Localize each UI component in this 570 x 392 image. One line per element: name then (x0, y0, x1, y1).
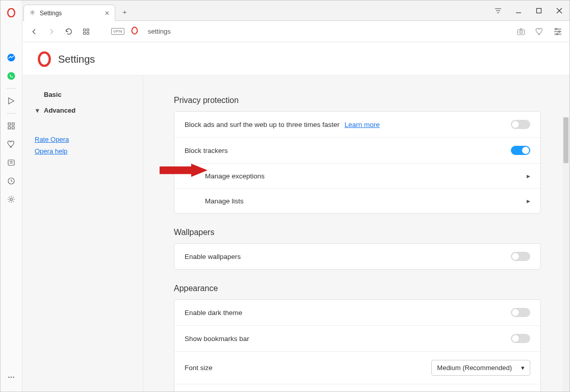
start-page-button[interactable] (81, 26, 92, 37)
svg-rect-5 (8, 127, 11, 129)
row-block-trackers: Block trackers (174, 137, 540, 163)
chevron-down-icon: ▾ (35, 107, 40, 114)
reload-button[interactable] (63, 26, 74, 37)
page-title: Settings (58, 54, 95, 65)
row-manage-lists[interactable]: Manage lists ▸ (174, 188, 540, 213)
row-block-ads: Block ads and surf the web up to three t… (174, 112, 540, 137)
row-manage-exceptions[interactable]: Manage exceptions ▸ (174, 163, 540, 188)
svg-rect-6 (12, 127, 15, 129)
opera-menu-icon[interactable] (4, 6, 18, 20)
row-bookmarks-bar: Show bookmarks bar (174, 325, 540, 351)
forward-button[interactable] (46, 26, 57, 37)
chevron-down-icon: ▾ (521, 364, 525, 372)
svg-point-2 (8, 72, 15, 80)
svg-rect-25 (84, 32, 86, 34)
row-enable-wallpapers: Enable wallpapers (174, 244, 540, 269)
settings-sidebar: ▾ Basic ▾ Advanced Rate Opera Opera help (22, 75, 143, 391)
close-tab-icon[interactable]: ✕ (105, 10, 110, 17)
toggle-block-ads[interactable] (511, 120, 530, 129)
tab-settings[interactable]: Settings ✕ (23, 5, 115, 21)
tab-title: Settings (40, 10, 62, 17)
play-icon[interactable] (4, 94, 18, 108)
toggle-bookmarks-bar[interactable] (511, 334, 530, 343)
address-field[interactable]: settings (145, 28, 509, 35)
svg-point-15 (32, 11, 33, 13)
vpn-badge[interactable]: VPN (111, 28, 124, 35)
svg-point-33 (559, 31, 560, 32)
chevron-right-icon: ▸ (527, 172, 530, 180)
speed-dial-icon[interactable] (4, 119, 18, 133)
svg-rect-24 (87, 29, 89, 31)
sidebar-rail (1, 1, 22, 391)
heart-icon[interactable] (4, 137, 18, 151)
scrollbar[interactable] (562, 117, 569, 391)
whatsapp-icon[interactable] (4, 69, 18, 83)
svg-point-13 (11, 377, 12, 378)
svg-rect-23 (84, 29, 86, 31)
easy-setup-icon[interactable] (552, 26, 563, 37)
chevron-right-icon: ▸ (527, 197, 530, 205)
card-wallpapers: Enable wallpapers (174, 243, 541, 270)
window-close-button[interactable] (549, 1, 569, 21)
heart-bookmark-icon[interactable] (534, 26, 545, 37)
section-wallpapers-title: Wallpapers (174, 228, 541, 237)
address-toolbar: VPN settings (22, 21, 569, 42)
rail-divider (7, 113, 16, 114)
easy-setup-icon[interactable] (488, 1, 508, 21)
new-tab-button[interactable]: ＋ (117, 5, 132, 19)
link-opera-help[interactable]: Opera help (35, 147, 134, 155)
svg-point-36 (39, 53, 49, 66)
rail-divider (7, 88, 16, 89)
svg-rect-3 (8, 123, 11, 125)
news-icon[interactable] (4, 155, 18, 170)
toggle-dark-theme[interactable] (511, 308, 530, 317)
card-privacy: Block ads and surf the web up to three t… (174, 111, 541, 214)
messenger-icon[interactable] (4, 50, 18, 65)
scrollbar-thumb[interactable] (563, 117, 568, 163)
svg-rect-4 (12, 123, 15, 125)
row-customize-fonts[interactable]: Customize fonts (174, 384, 540, 391)
tab-bar: Settings ✕ ＋ (22, 1, 569, 21)
svg-point-0 (8, 9, 15, 17)
section-appearance-title: Appearance (174, 284, 541, 293)
link-rate-opera[interactable]: Rate Opera (35, 136, 134, 143)
window-minimize-button[interactable] (508, 1, 529, 21)
sidebar-item-basic[interactable]: ▾ Basic (32, 87, 134, 102)
toggle-enable-wallpapers[interactable] (511, 252, 530, 261)
snapshot-icon[interactable] (515, 26, 527, 37)
svg-point-35 (557, 33, 558, 35)
card-appearance: Enable dark theme Show bookmarks bar Fon… (174, 299, 541, 391)
svg-point-11 (10, 198, 13, 201)
svg-point-12 (8, 377, 9, 378)
section-privacy-title: Privacy protection (174, 96, 541, 105)
row-font-size: Font size Medium (Recommended) ▾ (174, 351, 540, 384)
window-maximize-button[interactable] (529, 1, 549, 21)
select-font-size[interactable]: Medium (Recommended) ▾ (431, 360, 530, 376)
svg-rect-26 (87, 32, 89, 34)
svg-point-31 (556, 28, 557, 30)
back-button[interactable] (29, 26, 40, 37)
opera-o-icon (131, 27, 139, 36)
sidebar-item-advanced[interactable]: ▾ Advanced (32, 102, 134, 118)
page-header: Settings (22, 42, 569, 75)
svg-point-29 (520, 31, 522, 33)
toggle-block-trackers[interactable] (511, 146, 530, 155)
svg-rect-7 (8, 160, 14, 166)
history-icon[interactable] (4, 174, 18, 188)
link-learn-more[interactable]: Learn more (345, 121, 380, 128)
gear-icon (29, 9, 36, 17)
svg-rect-20 (537, 9, 541, 13)
more-dots-icon[interactable] (4, 370, 18, 384)
settings-gear-icon[interactable] (4, 192, 18, 206)
svg-point-27 (132, 27, 138, 34)
settings-panel: Privacy protection Block ads and surf th… (143, 75, 569, 391)
opera-logo-icon (37, 51, 52, 67)
row-dark-theme: Enable dark theme (174, 300, 540, 325)
svg-point-14 (13, 377, 14, 378)
